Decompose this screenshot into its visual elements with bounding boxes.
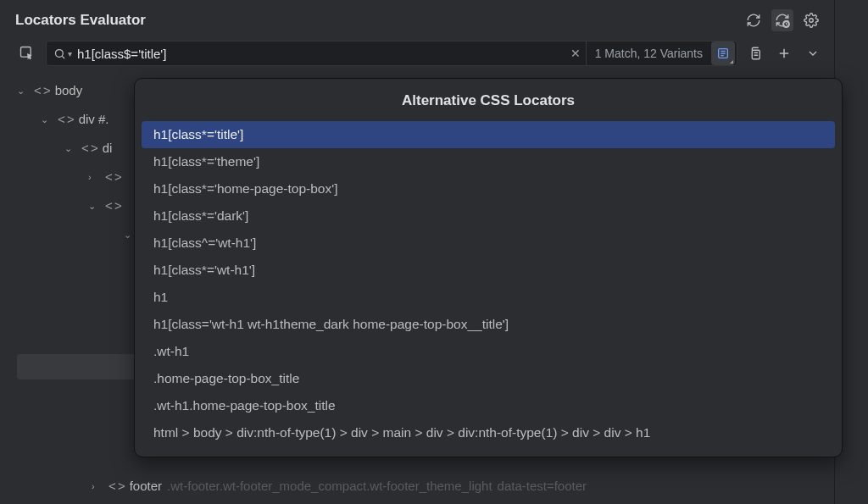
tree-node-label: di: [103, 135, 113, 162]
tag-brackets-icon: < >: [58, 106, 74, 133]
expand-arrow-down-icon[interactable]: ⌄: [64, 135, 76, 162]
search-row: ▾ ✕ 1 Match, 12 Variants: [0, 37, 834, 73]
popup-locator-list: h1[class*='title'] h1[class*='theme'] h1…: [142, 121, 835, 446]
panel-title: Locators Evaluator: [15, 12, 146, 29]
titlebar: Locators Evaluator: [0, 0, 834, 37]
svg-point-2: [810, 19, 814, 23]
svg-rect-6: [752, 50, 760, 59]
tree-node-attr: data-test=footer: [498, 479, 587, 493]
alternative-locators-popup: Alternative CSS Locators h1[class*='titl…: [134, 78, 843, 457]
popup-title: Alternative CSS Locators: [142, 92, 835, 109]
locator-option[interactable]: h1: [142, 284, 835, 311]
search-right-actions: [744, 42, 824, 64]
tree-node-label: body: [55, 77, 83, 104]
locator-option[interactable]: h1[class^='wt-h1']: [142, 230, 835, 257]
tag-brackets-icon: < >: [108, 479, 125, 493]
copy-locator-icon[interactable]: [744, 42, 766, 64]
locator-search-field[interactable]: ▾ ✕ 1 Match, 12 Variants: [46, 41, 737, 66]
tree-row-footer[interactable]: › < > footer .wt-footer.wt-footer_mode_c…: [92, 479, 587, 493]
expand-arrow-right-icon[interactable]: ›: [92, 481, 103, 491]
tag-brackets-icon: < >: [81, 135, 97, 162]
refresh-timed-icon[interactable]: [771, 9, 793, 31]
locator-option[interactable]: h1[class*='title']: [142, 121, 835, 148]
expand-arrow-down-icon[interactable]: ⌄: [17, 77, 29, 104]
locator-option[interactable]: h1[class*='dark']: [142, 202, 835, 230]
locator-option[interactable]: h1[class*='home-page-top-box']: [142, 175, 835, 202]
locator-option[interactable]: h1[class*='theme']: [142, 148, 835, 175]
tree-selection-highlight: [17, 354, 140, 379]
locator-input[interactable]: [77, 47, 565, 61]
tag-brackets-icon: < >: [105, 192, 121, 219]
titlebar-actions: [743, 9, 822, 31]
tree-node-tag: footer: [130, 479, 162, 493]
locator-type-css-button[interactable]: [711, 42, 735, 65]
locator-option[interactable]: .home-page-top-box_title: [142, 365, 835, 392]
locator-option[interactable]: h1[class*='wt-h1']: [142, 257, 835, 284]
expand-arrow-right-icon[interactable]: ›: [88, 163, 100, 191]
tag-brackets-icon: < >: [34, 77, 50, 104]
element-picker-icon[interactable]: [15, 42, 39, 65]
tree-node-label: div #.: [79, 106, 109, 133]
search-icon: [53, 47, 66, 60]
locator-option[interactable]: .wt-h1.home-page-top-box_title: [142, 392, 835, 419]
clear-search-icon[interactable]: ✕: [565, 47, 586, 60]
locators-evaluator-panel: Locators Evaluator: [0, 0, 835, 504]
tag-brackets-icon: < >: [105, 163, 121, 191]
match-count-label: 1 Match, 12 Variants: [586, 42, 711, 65]
expand-arrow-down-icon[interactable]: ⌄: [88, 192, 100, 219]
expand-arrow-down-icon[interactable]: ⌄: [41, 106, 53, 133]
tree-node-classes: .wt-footer.wt-footer_mode_compact.wt-foo…: [167, 479, 492, 493]
search-history-dropdown-icon[interactable]: ▾: [68, 49, 72, 58]
svg-point-4: [56, 49, 64, 57]
locator-option[interactable]: h1[class='wt-h1 wt-h1theme_dark home-pag…: [142, 311, 835, 338]
refresh-icon[interactable]: [743, 9, 765, 31]
locator-option[interactable]: .wt-h1: [142, 338, 835, 365]
more-actions-chevron-icon[interactable]: [802, 42, 824, 64]
add-locator-icon[interactable]: [773, 42, 795, 64]
settings-gear-icon[interactable]: [800, 9, 822, 31]
locator-option[interactable]: html > body > div:nth-of-type(1) > div >…: [142, 419, 835, 446]
